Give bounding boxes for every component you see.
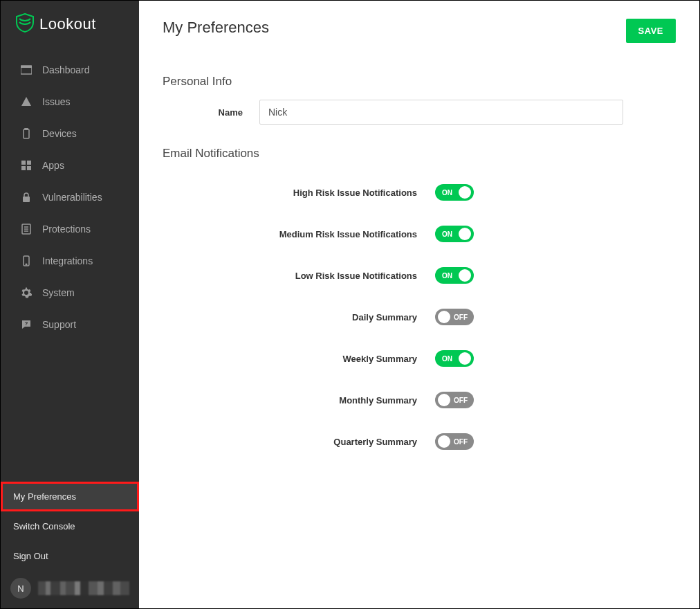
toggle-knob bbox=[438, 435, 450, 448]
sidebar-bottom: My Preferences Switch Console Sign Out N bbox=[1, 482, 139, 608]
avatar: N bbox=[10, 578, 31, 599]
svg-rect-6 bbox=[21, 166, 26, 170]
sidebar-item-integrations[interactable]: Integrations bbox=[1, 245, 139, 277]
bottom-item-label: My Preferences bbox=[13, 491, 76, 502]
sidebar-item-label: Protections bbox=[42, 224, 91, 235]
page-title: My Preferences bbox=[163, 19, 269, 37]
toggle-daily-summary[interactable]: OFF bbox=[435, 309, 474, 325]
toggle-high-risk[interactable]: ON bbox=[435, 184, 474, 201]
toggle-row-medium-risk: Medium Risk Issue Notifications ON bbox=[163, 213, 676, 255]
sidebar-item-label: Issues bbox=[42, 96, 70, 107]
save-button[interactable]: SAVE bbox=[626, 19, 676, 43]
toggle-row-monthly-summary: Monthly Summary OFF bbox=[163, 379, 676, 421]
toggle-row-weekly-summary: Weekly Summary ON bbox=[163, 338, 676, 379]
toggle-state-label: ON bbox=[442, 230, 452, 238]
battery-icon bbox=[20, 127, 33, 140]
gear-icon bbox=[20, 287, 33, 299]
bottom-item-label: Sign Out bbox=[13, 551, 48, 561]
sidebar-item-label: Support bbox=[42, 319, 76, 330]
sidebar-item-issues[interactable]: Issues bbox=[1, 86, 139, 118]
toggle-label: Monthly Summary bbox=[163, 395, 435, 406]
toggle-label: Weekly Summary bbox=[163, 354, 435, 364]
section-email-notifications-title: Email Notifications bbox=[163, 147, 676, 161]
sidebar-item-devices[interactable]: Devices bbox=[1, 118, 139, 149]
name-input[interactable] bbox=[259, 100, 623, 125]
sidebar-bottom-switch-console[interactable]: Switch Console bbox=[1, 511, 139, 541]
svg-rect-7 bbox=[27, 166, 31, 170]
toggle-monthly-summary[interactable]: OFF bbox=[435, 392, 474, 408]
sidebar: Lookout Dashboard Issues Devices Apps bbox=[1, 1, 139, 608]
toggle-row-quarterly-summary: Quarterly Summary OFF bbox=[163, 421, 676, 462]
toggle-state-label: ON bbox=[442, 189, 452, 197]
toggle-label: Quarterly Summary bbox=[163, 437, 435, 447]
svg-rect-5 bbox=[27, 161, 31, 165]
toggle-medium-risk[interactable]: ON bbox=[435, 226, 474, 242]
toggle-state-label: OFF bbox=[454, 438, 468, 446]
toggle-low-risk[interactable]: ON bbox=[435, 267, 474, 284]
svg-rect-3 bbox=[25, 129, 28, 130]
main: My Preferences SAVE Personal Info Name E… bbox=[139, 1, 699, 608]
toggle-state-label: ON bbox=[442, 272, 452, 280]
toggle-label: Daily Summary bbox=[163, 312, 435, 322]
user-name-redacted bbox=[38, 581, 129, 595]
bottom-item-label: Switch Console bbox=[13, 521, 75, 531]
svg-rect-2 bbox=[24, 129, 29, 138]
toggle-row-low-risk: Low Risk Issue Notifications ON bbox=[163, 255, 676, 296]
shield-icon bbox=[16, 13, 39, 35]
sidebar-bottom-my-preferences[interactable]: My Preferences bbox=[1, 482, 139, 511]
sidebar-item-label: Integrations bbox=[42, 255, 93, 266]
svg-rect-8 bbox=[23, 197, 30, 202]
toggle-knob bbox=[459, 186, 471, 199]
sidebar-item-vulnerabilities[interactable]: Vulnerabilities bbox=[1, 181, 139, 213]
sidebar-item-label: Devices bbox=[42, 128, 77, 139]
sidebar-item-apps[interactable]: Apps bbox=[1, 149, 139, 181]
warning-icon bbox=[20, 96, 33, 108]
toggle-row-high-risk: High Risk Issue Notifications ON bbox=[163, 172, 676, 213]
sidebar-bottom-sign-out[interactable]: Sign Out bbox=[1, 541, 139, 571]
sidebar-item-protections[interactable]: Protections bbox=[1, 213, 139, 245]
svg-point-14 bbox=[26, 264, 27, 265]
toggle-knob bbox=[459, 228, 471, 240]
toggle-label: High Risk Issue Notifications bbox=[163, 188, 435, 198]
toggle-quarterly-summary[interactable]: OFF bbox=[435, 433, 474, 450]
brand-name: Lookout bbox=[39, 15, 96, 33]
section-personal-info-title: Personal Info bbox=[163, 75, 676, 89]
sidebar-item-label: System bbox=[42, 287, 75, 298]
toggle-knob bbox=[438, 311, 450, 323]
name-field-row: Name bbox=[163, 100, 676, 125]
sidebar-item-dashboard[interactable]: Dashboard bbox=[1, 54, 139, 86]
sidebar-item-label: Dashboard bbox=[42, 64, 90, 75]
sidebar-item-system[interactable]: System bbox=[1, 277, 139, 309]
sidebar-item-label: Vulnerabilities bbox=[42, 192, 102, 203]
apps-icon bbox=[20, 159, 33, 172]
lock-icon bbox=[20, 191, 33, 203]
header: My Preferences SAVE bbox=[163, 19, 676, 43]
sidebar-nav: Dashboard Issues Devices Apps Vulnerabil… bbox=[1, 54, 139, 340]
brand: Lookout bbox=[1, 1, 139, 54]
user-row[interactable]: N bbox=[1, 571, 139, 608]
toggle-row-daily-summary: Daily Summary OFF bbox=[163, 296, 676, 338]
toggle-list: High Risk Issue Notifications ON Medium … bbox=[163, 172, 676, 462]
toggle-label: Medium Risk Issue Notifications bbox=[163, 229, 435, 239]
phone-icon bbox=[20, 255, 33, 267]
toggle-label: Low Risk Issue Notifications bbox=[163, 271, 435, 281]
sidebar-item-support[interactable]: ? Support bbox=[1, 309, 139, 340]
toggle-state-label: ON bbox=[442, 355, 452, 363]
toggle-state-label: OFF bbox=[454, 313, 468, 321]
sidebar-item-label: Apps bbox=[42, 160, 64, 171]
toggle-knob bbox=[459, 352, 471, 365]
toggle-knob bbox=[438, 394, 450, 406]
svg-text:?: ? bbox=[25, 320, 28, 327]
list-icon bbox=[20, 223, 33, 235]
toggle-state-label: OFF bbox=[454, 397, 468, 404]
name-label: Name bbox=[163, 107, 259, 118]
toggle-knob bbox=[459, 269, 471, 282]
dashboard-icon bbox=[20, 64, 33, 76]
svg-rect-1 bbox=[21, 66, 32, 68]
help-icon: ? bbox=[20, 318, 33, 331]
svg-rect-4 bbox=[21, 161, 26, 165]
toggle-weekly-summary[interactable]: ON bbox=[435, 350, 474, 367]
